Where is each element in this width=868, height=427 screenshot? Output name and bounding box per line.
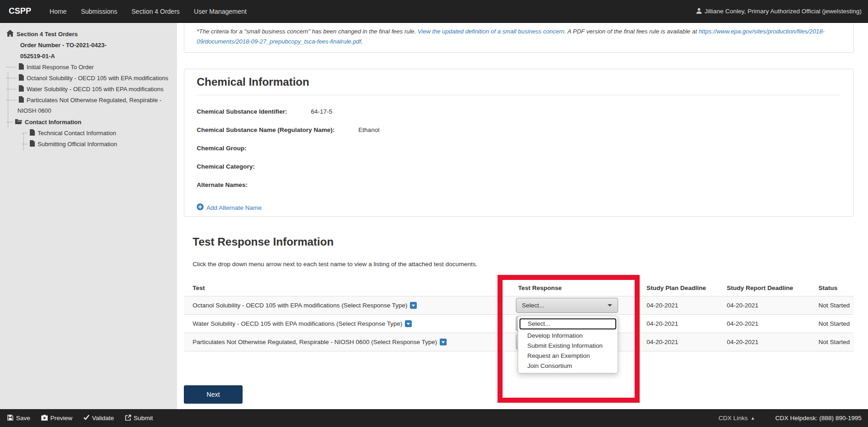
attachment-caret-square-icon[interactable]: [402, 320, 412, 327]
dropdown-option-select[interactable]: Select...: [520, 318, 616, 329]
tree-item-octanol-solubility[interactable]: Octanol Solubility - OECD 105 with EPA m…: [6, 72, 177, 83]
preview-button[interactable]: Preview: [41, 415, 72, 422]
user-icon: [696, 8, 702, 15]
column-header-status: Status: [810, 282, 854, 296]
column-header-study-plan-deadline: Study Plan Deadline: [638, 282, 718, 296]
tree-connector: [8, 72, 8, 127]
small-business-definition-link[interactable]: View the updated definition of a small b…: [418, 28, 566, 35]
cdx-links-button[interactable]: CDX Links ▲: [719, 415, 755, 422]
test-name-cell: Particulates Not Otherwise Regulated, Re…: [184, 333, 509, 351]
sidebar: Section 4 Test Orders Order Number - TO-…: [0, 23, 177, 409]
tree-connector: [22, 133, 28, 133]
checkmark-icon: [83, 415, 89, 422]
test-response-section-title: Test Response Information: [193, 235, 334, 248]
file-icon: [19, 63, 24, 71]
save-icon: [7, 415, 13, 422]
attachment-caret-square-icon[interactable]: [407, 302, 417, 309]
fees-notice-text: .: [361, 38, 363, 45]
tree-item-particulates[interactable]: Particulates Not Otherwise Regulated, Re…: [6, 94, 177, 116]
file-icon: [19, 96, 24, 104]
file-icon: [19, 85, 24, 93]
tree-connector: [22, 144, 28, 144]
alternate-names-field: Alternate Names:: [197, 181, 841, 189]
dropdown-option-submit-existing-information[interactable]: Submit Existing Information: [518, 341, 618, 351]
test-response-cell: Select...: [509, 296, 638, 315]
column-header-study-report-deadline: Study Report Deadline: [718, 282, 810, 296]
dropdown-option-develop-information[interactable]: Develop Information: [518, 331, 618, 341]
fees-notice-text: A PDF version of the final fees rule is …: [566, 28, 698, 35]
chemical-group-field: Chemical Group:: [197, 145, 841, 152]
test-name-cell: Octanol Solubility - OECD 105 with EPA m…: [184, 296, 509, 315]
caret-down-icon: [608, 304, 612, 307]
brand-link[interactable]: CSPP: [9, 6, 31, 16]
test-response-description: Click the drop down menu arrow next to e…: [193, 261, 477, 268]
study-report-deadline-cell: 04-20-2021: [718, 296, 810, 315]
chemical-substance-name-field: Chemical Substance Name (Regulatory Name…: [197, 126, 841, 134]
chemical-category-field: Chemical Category:: [197, 163, 841, 170]
study-plan-deadline-cell: 04-20-2021: [638, 315, 718, 333]
order-number-label-line2: 052519-01-A: [6, 50, 177, 61]
chemical-substance-name-value: Ethanol: [359, 126, 380, 133]
status-cell: Not Started: [810, 296, 854, 315]
table-row: Octanol Solubility - OECD 105 with EPA m…: [184, 296, 854, 315]
order-number-label: Order Number - TO-2021-0423-: [6, 39, 177, 50]
fees-notice-text: *The criteria for a "small business conc…: [197, 28, 418, 35]
dropdown-option-request-an-exemption[interactable]: Request an Exemption: [518, 351, 618, 361]
contact-children: Technical Contact Information Submitting…: [6, 127, 177, 149]
file-icon: [30, 129, 35, 137]
user-menu[interactable]: Jilliane Conley, Primary Authorized Offi…: [696, 8, 862, 15]
caret-up-icon: ▲: [751, 416, 755, 421]
home-icon: [6, 30, 14, 38]
nav-item-home[interactable]: Home: [50, 8, 66, 15]
nav-item-section4-orders[interactable]: Section 4 Orders: [132, 8, 180, 15]
dropdown-option-join-consortium[interactable]: Join Consortium: [518, 361, 618, 371]
study-report-deadline-cell: 04-20-2021: [718, 333, 810, 351]
column-header-test-response: Test Response: [509, 282, 638, 296]
column-header-test: Test: [184, 282, 509, 296]
submit-button[interactable]: Submit: [125, 415, 153, 422]
camera-icon: [41, 415, 48, 422]
fees-notice: *The criteria for a "small business conc…: [184, 23, 854, 53]
plus-circle-icon: [197, 203, 204, 212]
tree-item-initial-response[interactable]: Initial Response To Order: [6, 61, 177, 72]
study-report-deadline-cell: 04-20-2021: [718, 315, 810, 333]
page: CSPP Home Submissions Section 4 Orders U…: [0, 0, 868, 427]
toolbar-right-group: CDX Links ▲ CDX Helpdesk: (888) 890-1995: [719, 415, 863, 422]
tree-connector: [23, 133, 24, 150]
test-response-select[interactable]: Select...: [516, 298, 618, 313]
attachment-caret-square-icon[interactable]: [437, 339, 447, 345]
next-button[interactable]: Next: [184, 385, 243, 404]
tree-connector: [6, 67, 17, 67]
top-navbar: CSPP Home Submissions Section 4 Orders U…: [0, 0, 868, 23]
tree-item-water-solubility[interactable]: Water Solubility - OECD 105 with EPA mod…: [6, 83, 177, 94]
status-cell: Not Started: [810, 315, 854, 333]
tree-item-submitting-official[interactable]: Submitting Official Information: [6, 138, 177, 149]
study-plan-deadline-cell: 04-20-2021: [638, 333, 718, 351]
add-alternate-name-link[interactable]: Add Alternate Name: [197, 203, 262, 212]
chemical-information-title: Chemical Information: [197, 76, 841, 95]
file-icon: [19, 74, 24, 82]
chemical-information-card: Chemical Information Chemical Substance …: [184, 69, 854, 217]
bottom-toolbar: Save Preview Validate Submit CDX Links ▲…: [0, 409, 868, 427]
nav-item-user-management[interactable]: User Management: [194, 8, 247, 15]
table-header-row: Test Test Response Study Plan Deadline S…: [184, 282, 854, 296]
study-plan-deadline-cell: 04-20-2021: [638, 296, 718, 315]
save-button[interactable]: Save: [7, 415, 30, 422]
status-cell: Not Started: [810, 333, 854, 351]
test-name-cell: Water Solubility - OECD 105 with EPA mod…: [184, 315, 509, 333]
user-name-label: Jilliane Conley, Primary Authorized Offi…: [705, 8, 862, 15]
chemical-substance-identifier-field: Chemical Substance Identifier: 64-17-5: [197, 108, 841, 115]
cdx-helpdesk-text: CDX Helpdesk: (888) 890-1995: [775, 415, 862, 422]
tree-root-section4-test-orders[interactable]: Section 4 Test Orders: [6, 28, 177, 39]
share-square-icon: [125, 415, 131, 422]
validate-button[interactable]: Validate: [83, 415, 114, 422]
folder-icon: [15, 119, 22, 126]
tree-folder-contact-information[interactable]: Contact Information: [6, 116, 177, 127]
navigation-tree: Section 4 Test Orders Order Number - TO-…: [6, 28, 177, 409]
tree-item-particulates-line2: NIOSH 0600: [17, 105, 177, 116]
nav-item-submissions[interactable]: Submissions: [81, 8, 117, 15]
tree-item-technical-contact[interactable]: Technical Contact Information: [6, 127, 177, 138]
response-dropdown-menu: Select... Develop Information Submit Exi…: [518, 316, 618, 373]
file-icon: [30, 140, 35, 148]
chemical-substance-identifier-value: 64-17-5: [311, 108, 332, 115]
